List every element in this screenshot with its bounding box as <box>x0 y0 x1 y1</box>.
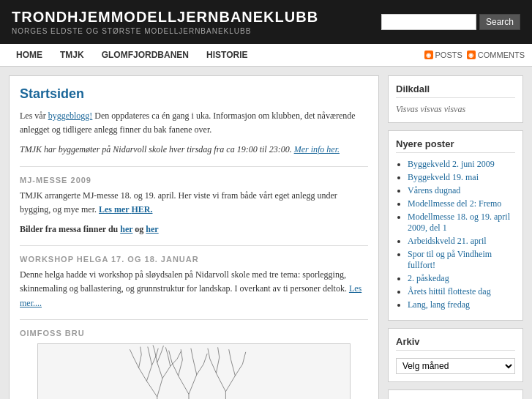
page-wrapper: Startsiden Les vår byggeblogg! Den oppda… <box>0 67 532 399</box>
workshop-paragraph: Denne helga hadde vi workshop på sløydsa… <box>20 268 368 310</box>
byggeblogg-link[interactable]: byggeblogg! <box>48 111 93 121</box>
mj-section-heading: MJ-MESSE 2009 <box>20 176 368 184</box>
list-item: Spor til og på Vindheim fullfort! <box>408 249 515 271</box>
bilder-text: Bilder fra messa finner du <box>20 224 118 234</box>
divider-1 <box>20 166 368 167</box>
nav-home[interactable]: HOME <box>7 44 51 66</box>
nav-historie[interactable]: HISTORIE <box>198 44 256 66</box>
rss-icon: ◉ <box>424 51 433 59</box>
svg-line-28 <box>225 376 235 392</box>
workshop-text: Denne helga hadde vi workshop på sløydsa… <box>20 269 347 294</box>
svg-line-27 <box>216 373 225 391</box>
svg-line-13 <box>168 354 171 366</box>
svg-line-9 <box>149 354 152 365</box>
svg-line-20 <box>193 359 197 375</box>
mj-paragraph: TMJK arrangerte MJ-messe 18. og 19. apri… <box>20 189 368 217</box>
svg-line-5 <box>157 362 162 379</box>
post-link[interactable]: Årets hittil flotteste dag <box>408 286 491 297</box>
nav-tmjk[interactable]: TMJK <box>51 44 93 66</box>
svg-line-23 <box>181 349 182 359</box>
mj-text: TMJK arrangerte MJ-messe 18. og 19. apri… <box>20 190 337 215</box>
nav-links: HOME TMJK GLOMFJORDBANEN HISTORIE <box>7 44 256 66</box>
svg-line-44 <box>165 347 168 354</box>
posts-feed[interactable]: ◉ POSTS <box>424 51 462 59</box>
header-titles: TRONDHJEMMODELLJERNBANEKLUBB NORGES ELDS… <box>12 9 381 35</box>
svg-line-12 <box>157 351 162 362</box>
list-item: Arbeidskveld 21. april <box>408 236 515 247</box>
main-content: Startsiden Les vår byggeblogg! Den oppda… <box>9 75 379 399</box>
post-link[interactable]: Spor til og på Vindheim fullfort! <box>408 249 492 270</box>
svg-line-31 <box>231 359 235 376</box>
post-link[interactable]: Byggekveld 19. mai <box>408 172 479 182</box>
dilkdall-title: Dilkdall <box>396 83 515 98</box>
oimfoss-heading: Oimfoss bru <box>20 329 368 338</box>
nyere-poster-title: Nyere poster <box>396 138 515 153</box>
mer-info-link[interactable]: Mer info her. <box>294 144 340 154</box>
site-header: TRONDHJEMMODELLJERNBANEKLUBB NORGES ELDS… <box>0 0 532 44</box>
nyere-poster-widget: Nyere poster Byggekveld 2. juni 2009 Byg… <box>388 130 523 321</box>
svg-line-21 <box>197 364 203 374</box>
svg-line-4 <box>146 365 151 381</box>
search-input[interactable] <box>381 14 476 30</box>
svg-line-8 <box>138 354 141 368</box>
rss-icon-comments: ◉ <box>467 51 476 59</box>
svg-line-25 <box>203 354 207 364</box>
tmjk-text: TMJK har byggemøter på Nidarvoll skole h… <box>20 144 292 154</box>
intro-text: Les vår <box>20 111 48 121</box>
svg-line-1 <box>146 381 157 397</box>
comments-feed-label: COMMENTS <box>478 51 525 59</box>
svg-line-7 <box>133 357 138 368</box>
search-button[interactable]: Search <box>479 14 520 30</box>
site-subtitle: NORGES ELDSTE OG STØRSTE MODELLJERNBANEK… <box>12 27 381 35</box>
les-mer-her-link[interactable]: Les mer HER. <box>99 204 152 215</box>
site-title: TRONDHJEMMODELLJERNBANEKLUBB <box>12 9 381 26</box>
bilder-her1-link[interactable]: her <box>120 224 132 234</box>
comments-feed[interactable]: ◉ COMMENTS <box>467 51 525 59</box>
svg-line-39 <box>141 346 141 354</box>
nyere-poster-list: Byggekveld 2. juni 2009 Byggekveld 19. m… <box>396 159 515 310</box>
archive-select[interactable]: Velg måned juni 2011 mai 2011 april 2011 <box>396 358 515 374</box>
svg-line-2 <box>157 378 162 396</box>
svg-line-16 <box>178 376 188 394</box>
svg-line-17 <box>189 374 197 394</box>
bilder-paragraph: Bilder fra messa finner du her og her <box>20 223 368 236</box>
svg-line-3 <box>138 368 146 381</box>
post-link[interactable]: Vårens dugnad <box>408 185 460 195</box>
svg-line-32 <box>235 364 242 376</box>
svg-line-34 <box>217 347 219 357</box>
post-link[interactable]: Modellmesse del 2: Fremo <box>408 198 501 209</box>
post-link[interactable]: Arbeidskveld 21. april <box>408 236 487 246</box>
svg-line-40 <box>148 346 149 353</box>
bilder-her2-link[interactable]: her <box>146 224 158 234</box>
svg-line-24 <box>191 348 193 358</box>
nav-bar: HOME TMJK GLOMFJORDBANEN HISTORIE ◉ POST… <box>0 44 532 67</box>
svg-line-36 <box>242 351 245 364</box>
intro-paragraph: Les vår byggeblogg! Den oppdateres ca én… <box>20 109 368 137</box>
nav-glomfjordbanen[interactable]: GLOMFJORDBANEN <box>93 44 198 66</box>
workshop-section-heading: Workshop helga 17. og 18. januar <box>20 255 368 264</box>
post-link[interactable]: Lang, lang fredag <box>408 299 470 310</box>
her-label: HER. <box>131 204 152 215</box>
svg-line-11 <box>154 350 157 362</box>
post-link[interactable]: Byggekveld 2. juni 2009 <box>408 159 495 169</box>
list-item: Vårens dugnad <box>408 185 515 196</box>
list-item: Årets hittil flotteste dag <box>408 286 515 297</box>
arkiv-widget: Arkiv Velg måned juni 2011 mai 2011 apri… <box>388 328 523 382</box>
post-link[interactable]: Modellmesse 18. og 19. april 2009, del 1 <box>408 212 510 233</box>
svg-line-41 <box>156 348 158 355</box>
divider-2 <box>20 245 368 246</box>
dilkdall-widget: Dilkdall Visvas visvas visvas <box>388 75 523 123</box>
svg-line-10 <box>151 356 156 365</box>
svg-line-42 <box>153 345 154 350</box>
sidebar: Dilkdall Visvas visvas visvas Nyere post… <box>388 75 523 399</box>
post-link[interactable]: 2. påskedag <box>408 273 449 283</box>
list-item: Byggekveld 19. mai <box>408 172 515 183</box>
tmjk-paragraph: TMJK har byggemøter på Nidarvoll skole h… <box>20 143 368 157</box>
svg-line-18 <box>172 362 179 376</box>
page-title: Startsiden <box>20 86 368 102</box>
svg-line-38 <box>130 349 133 357</box>
svg-line-45 <box>177 351 181 359</box>
feed-links: ◉ POSTS ◉ COMMENTS <box>424 51 525 59</box>
posts-feed-label: POSTS <box>435 51 462 59</box>
oimfoss-image <box>37 343 351 399</box>
